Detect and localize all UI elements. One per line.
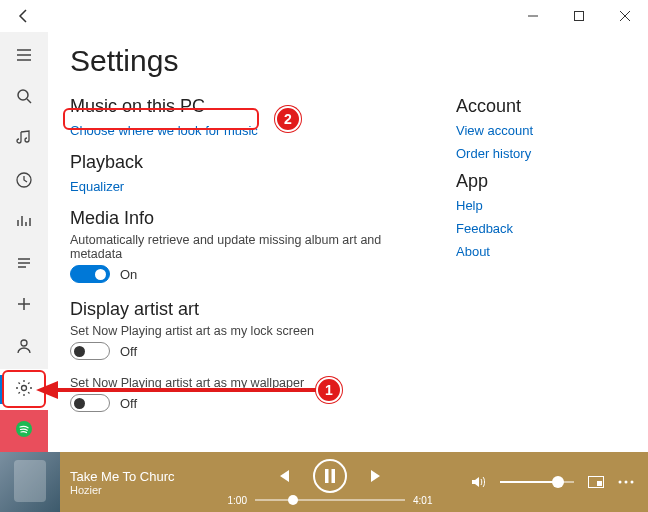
pause-button[interactable] <box>313 459 347 493</box>
sidebar-new-playlist[interactable] <box>0 286 48 328</box>
back-button[interactable] <box>0 0 48 32</box>
spotify-icon <box>15 420 33 442</box>
track-info: Take Me To Churc Hozier <box>70 469 190 496</box>
svg-point-16 <box>631 481 634 484</box>
feedback-link[interactable]: Feedback <box>456 221 626 236</box>
volume-button[interactable] <box>470 474 486 490</box>
settings-page: Settings Music on this PC Choose where w… <box>48 32 648 452</box>
total-time: 4:01 <box>413 495 432 506</box>
svg-rect-1 <box>575 12 584 21</box>
progress-slider[interactable] <box>255 499 405 501</box>
lockscreen-desc: Set Now Playing artist art as my lock sc… <box>70 324 416 338</box>
search-icon <box>15 87 33 109</box>
media-info-toggle[interactable] <box>70 265 110 283</box>
track-title: Take Me To Churc <box>70 469 190 484</box>
svg-point-6 <box>22 385 27 390</box>
section-media-info: Media Info <box>70 208 416 229</box>
close-button[interactable] <box>602 0 648 32</box>
svg-rect-13 <box>597 481 602 486</box>
elapsed-time: 1:00 <box>228 495 247 506</box>
volume-slider[interactable] <box>500 481 574 483</box>
wallpaper-toggle-label: Off <box>120 396 137 411</box>
more-button[interactable] <box>618 480 634 484</box>
now-playing-view-button[interactable] <box>588 476 604 488</box>
maximize-button[interactable] <box>556 0 602 32</box>
svg-rect-11 <box>332 469 336 483</box>
media-info-desc: Automatically retrieve and update missin… <box>70 233 416 261</box>
lockscreen-toggle-label: Off <box>120 344 137 359</box>
minimize-button[interactable] <box>510 0 556 32</box>
sidebar-my-music[interactable] <box>0 119 48 161</box>
playlist-icon <box>15 254 33 276</box>
titlebar <box>0 0 648 32</box>
svg-line-3 <box>27 99 31 103</box>
about-link[interactable]: About <box>456 244 626 259</box>
section-music-on-pc: Music on this PC <box>70 96 416 117</box>
sidebar-account[interactable] <box>0 327 48 369</box>
equalizer-link[interactable]: Equalizer <box>70 179 124 194</box>
sidebar-recent[interactable] <box>0 161 48 203</box>
wallpaper-toggle[interactable] <box>70 394 110 412</box>
svg-rect-10 <box>325 469 329 483</box>
album-art[interactable] <box>0 452 60 512</box>
plus-icon <box>15 295 33 317</box>
svg-point-5 <box>21 340 27 346</box>
order-history-link[interactable]: Order history <box>456 146 626 161</box>
sidebar <box>0 32 48 452</box>
bars-icon <box>15 212 33 234</box>
page-title: Settings <box>70 44 626 78</box>
svg-point-15 <box>625 481 628 484</box>
sidebar-settings[interactable] <box>0 369 48 411</box>
player-bar: Take Me To Churc Hozier 1:00 4:01 <box>0 452 648 512</box>
sidebar-now-playing[interactable] <box>0 202 48 244</box>
section-display-artist-art: Display artist art <box>70 299 416 320</box>
media-info-toggle-label: On <box>120 267 137 282</box>
help-link[interactable]: Help <box>456 198 626 213</box>
sidebar-playlists[interactable] <box>0 244 48 286</box>
gear-icon <box>15 379 33 401</box>
annotation-badge-1: 1 <box>316 377 342 403</box>
next-button[interactable] <box>369 468 385 484</box>
account-heading: Account <box>456 96 626 117</box>
section-playback: Playback <box>70 152 416 173</box>
hamburger-button[interactable] <box>0 36 48 78</box>
svg-point-2 <box>18 90 28 100</box>
sidebar-spotify[interactable] <box>0 410 48 452</box>
lockscreen-toggle[interactable] <box>70 342 110 360</box>
wallpaper-desc: Set Now Playing artist art as my wallpap… <box>70 376 416 390</box>
app-heading: App <box>456 171 626 192</box>
view-account-link[interactable]: View account <box>456 123 626 138</box>
hamburger-icon <box>15 46 33 68</box>
music-note-icon <box>15 129 33 151</box>
track-artist: Hozier <box>70 484 190 496</box>
person-icon <box>15 337 33 359</box>
previous-button[interactable] <box>275 468 291 484</box>
search-button[interactable] <box>0 78 48 120</box>
svg-point-14 <box>619 481 622 484</box>
choose-music-location-link[interactable]: Choose where we look for music <box>70 123 258 138</box>
window-controls <box>510 0 648 32</box>
clock-icon <box>15 171 33 193</box>
annotation-badge-2: 2 <box>275 106 301 132</box>
